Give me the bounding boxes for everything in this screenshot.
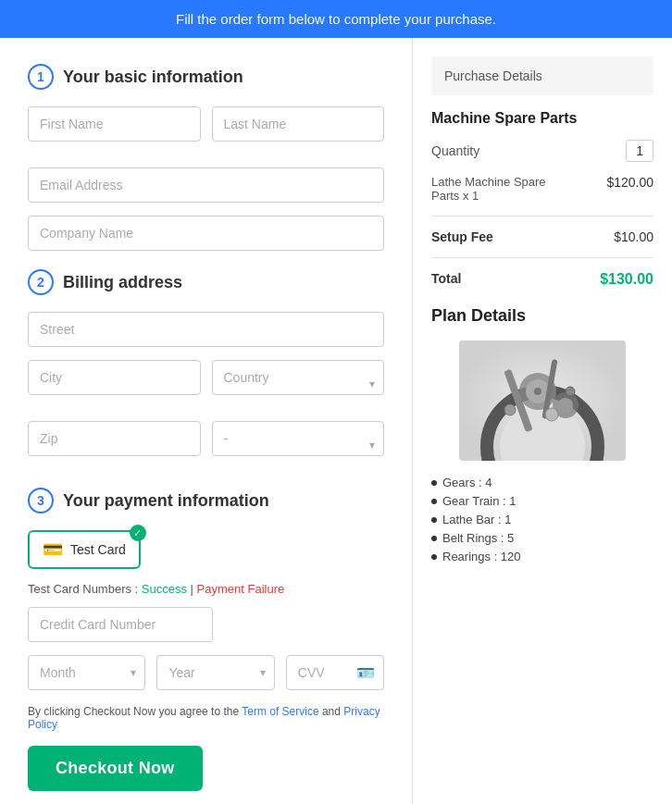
first-name-input[interactable] — [28, 106, 201, 142]
checkout-button[interactable]: Checkout Now — [28, 746, 203, 791]
test-card-prefix: Test Card Numbers : — [28, 582, 142, 596]
section3-title: Your payment information — [63, 491, 269, 511]
email-group — [28, 167, 384, 203]
credit-card-icon: 💳 — [43, 539, 63, 560]
country-wrapper: Country United States Canada United King… — [212, 360, 385, 408]
svg-point-5 — [534, 388, 541, 395]
svg-point-7 — [558, 398, 573, 413]
feature-lathe-bar: Lathe Bar : 1 — [431, 513, 653, 526]
svg-point-11 — [566, 387, 575, 396]
test-card-info: Test Card Numbers : Success | Payment Fa… — [28, 582, 384, 596]
total-row: Total $130.00 — [431, 271, 653, 288]
bullet-icon — [431, 554, 437, 560]
section3-header: 3 Your payment information — [28, 488, 384, 513]
cvv-card-icon: 🪪 — [356, 664, 375, 682]
terms-text: By clicking Checkout Now you agree to th… — [28, 705, 384, 731]
section1-number: 1 — [28, 64, 54, 90]
name-row — [28, 106, 384, 155]
street-group — [28, 312, 384, 347]
last-name-group — [212, 106, 385, 142]
item-label: Lathe Machine Spare Parts x 1 — [431, 175, 561, 203]
item-price-row: Lathe Machine Spare Parts x 1 $120.00 — [431, 175, 653, 216]
bullet-icon — [431, 517, 437, 523]
section1-title: Your basic information — [63, 68, 243, 87]
street-input[interactable] — [28, 312, 384, 347]
quantity-value: 1 — [626, 140, 653, 162]
test-card-option[interactable]: ✓ 💳 Test Card — [28, 530, 141, 569]
year-wrapper: Year 2024 2025 2026 2027 ▾ — [156, 655, 274, 690]
terms-prefix: By clicking Checkout Now you agree to th… — [28, 705, 242, 718]
banner-text: Fill the order form below to complete yo… — [176, 11, 496, 27]
credit-card-group — [28, 607, 213, 642]
total-label: Total — [431, 271, 461, 288]
card-label-text: Test Card — [70, 542, 126, 557]
svg-point-12 — [545, 408, 558, 421]
payment-row: Month January February March April May J… — [28, 655, 384, 690]
setup-fee-row: Setup Fee $10.00 — [431, 229, 653, 258]
plan-image-container — [431, 340, 653, 461]
svg-point-10 — [504, 404, 516, 415]
feature-gears: Gears : 4 — [431, 476, 653, 489]
bullet-icon — [431, 499, 437, 504]
month-select[interactable]: Month January February March April May J… — [28, 655, 145, 690]
feature-belt-rings: Belt Rings : 5 — [431, 531, 653, 545]
right-panel: Purchase Details Machine Spare Parts Qua… — [413, 38, 672, 804]
product-name: Machine Spare Parts — [431, 110, 653, 127]
terms-and: and — [322, 705, 343, 718]
city-country-row: Country United States Canada United King… — [28, 360, 384, 408]
zip-group — [28, 421, 201, 456]
section2-header: 2 Billing address — [28, 269, 384, 295]
pipe-separator: | — [191, 582, 197, 596]
plan-details-title: Plan Details — [431, 306, 653, 326]
setup-label: Setup Fee — [431, 229, 493, 244]
purchase-details-header: Purchase Details — [431, 56, 653, 95]
feature-gear-train: Gear Train : 1 — [431, 494, 653, 508]
section2-title: Billing address — [63, 273, 182, 292]
zip-state-row: - AL CA NY ▾ — [28, 421, 384, 469]
year-select[interactable]: Year 2024 2025 2026 2027 — [156, 655, 274, 690]
failure-link[interactable]: Payment Failure — [197, 582, 285, 596]
setup-price: $10.00 — [614, 229, 653, 244]
cvv-wrapper: 🪪 — [286, 655, 384, 690]
success-link[interactable]: Success — [142, 582, 187, 596]
city-group — [28, 360, 201, 395]
credit-card-input[interactable] — [28, 607, 213, 642]
first-name-group — [28, 106, 201, 142]
month-wrapper: Month January February March April May J… — [28, 655, 145, 690]
total-price: $130.00 — [600, 271, 653, 288]
company-input[interactable] — [28, 216, 384, 251]
plan-features-list: Gears : 4 Gear Train : 1 Lathe Bar : 1 B… — [431, 476, 653, 563]
state-select[interactable]: - AL CA NY — [212, 421, 385, 456]
quantity-row: Quantity 1 — [431, 140, 653, 162]
section2-number: 2 — [28, 269, 54, 295]
top-banner: Fill the order form below to complete yo… — [0, 0, 672, 38]
bullet-icon — [431, 480, 437, 486]
tos-link[interactable]: Term of Service — [242, 705, 318, 718]
country-select[interactable]: Country United States Canada United King… — [212, 360, 385, 395]
section3-number: 3 — [28, 488, 54, 513]
bullet-icon — [431, 536, 437, 541]
feature-rearings: Rearings : 120 — [431, 550, 653, 563]
gear-image — [459, 340, 626, 461]
city-input[interactable] — [28, 360, 201, 395]
state-wrapper: - AL CA NY ▾ — [212, 421, 385, 469]
purchase-details-title: Purchase Details — [444, 68, 542, 83]
zip-input[interactable] — [28, 421, 201, 456]
section1-header: 1 Your basic information — [28, 64, 384, 90]
email-input[interactable] — [28, 167, 384, 203]
last-name-input[interactable] — [212, 106, 385, 142]
item-price: $120.00 — [606, 175, 653, 203]
left-panel: 1 Your basic information 2 — [0, 38, 413, 804]
company-group — [28, 216, 384, 251]
quantity-label: Quantity — [431, 143, 479, 158]
card-check-icon: ✓ — [130, 525, 146, 541]
